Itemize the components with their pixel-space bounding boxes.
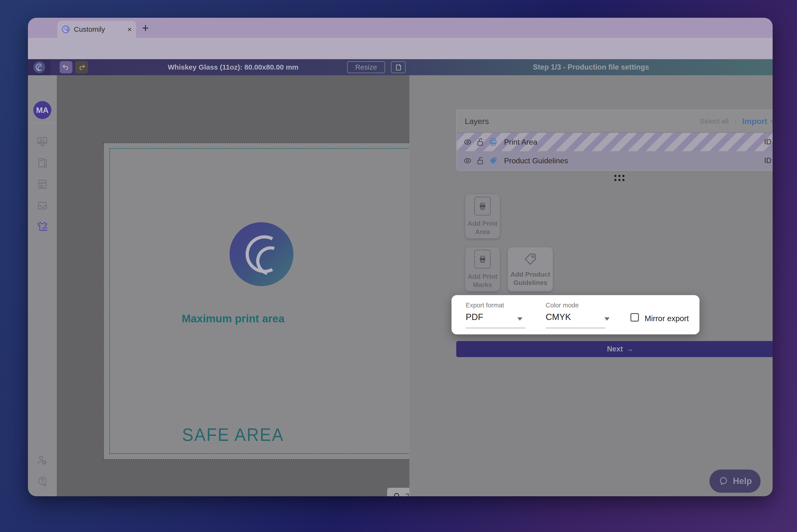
select-underline [546,328,605,328]
unlock-icon[interactable] [476,137,485,147]
duplicate-page-button[interactable] [391,61,405,73]
max-print-area-label: Maximum print area [57,312,410,325]
drag-handle-dots[interactable] [614,175,624,181]
sidebar-item-design-studio[interactable] [36,136,48,148]
canvas-logo-customily [230,222,293,286]
sidebar-divider [30,123,54,123]
layer-row-product-guidelines[interactable]: Product Guidelines ID 2 [457,151,773,170]
sidebar-item-store[interactable] [36,178,48,190]
safe-area-label: SAFE AREA [68,424,399,445]
page-plus-icon [395,63,402,71]
sidebar-item-logout[interactable] [36,496,48,496]
sidebar-item-templates[interactable] [36,157,48,169]
add-print-area-button[interactable]: Add Print Area [465,194,500,238]
step-title: Step 1/3 - Production file settings [410,59,773,75]
browser-window: Customily × + app.customily.com/createPr… [28,18,773,496]
customily-logo-icon [33,61,45,73]
dashed-print-icon [474,250,491,269]
sidebar-item-pod-active[interactable]: POD [36,221,48,233]
layer-name: Product Guidelines [504,156,568,165]
new-tab-button[interactable]: + [142,22,149,34]
help-button[interactable]: Help [709,470,761,493]
sidebar-item-help[interactable] [36,475,48,487]
export-settings-card: Export format PDF Color mode CMYK Mirror… [452,295,700,335]
next-button[interactable]: Next → [456,341,773,357]
layer-name: Print Area [504,138,537,147]
tab-title: Customily [74,25,105,33]
color-mode-select[interactable]: CMYK [546,312,571,322]
chevron-down-icon [770,118,773,124]
arrow-right-icon: → [626,345,633,353]
magnifier-icon [393,492,401,496]
dropdown-arrow-icon[interactable] [604,317,610,321]
chat-bubble-icon [718,476,728,486]
pod-badge: POD [42,228,47,230]
import-button[interactable]: Import [742,117,773,126]
export-format-label: Export format [466,302,504,309]
printer-icon [489,137,498,147]
add-product-guidelines-label: Add Product Guidelines [510,270,550,287]
layers-panel: Layers Select all Import [456,110,773,171]
mirror-export-label: Mirror export [645,314,689,323]
app-logo-box [28,59,51,75]
add-print-marks-label: Add Print Marks [468,272,497,289]
select-underline [466,328,525,328]
color-mode-label: Color mode [546,302,579,309]
browser-toolbar: app.customily.com/createProduct1?forProd… [28,38,773,59]
settings-panel: Layers Select all Import [410,75,773,496]
dropdown-arrow-icon[interactable] [517,317,523,321]
add-product-guidelines-button[interactable]: Add Product Guidelines [508,247,553,291]
layer-row-print-area[interactable]: Print Area ID 1 [457,132,773,151]
tag-icon [489,156,498,166]
select-all-button[interactable]: Select all [700,117,728,125]
layer-id: ID 1 [764,138,773,146]
header-dot-separator [735,121,736,122]
safe-area-boundary [109,148,415,454]
add-print-marks-button[interactable]: Add Print Marks [465,247,500,291]
layers-title: Layers [465,117,489,126]
add-print-area-label: Add Print Area [468,220,497,236]
sidebar-item-inbox[interactable] [36,200,48,211]
left-sidebar: MA POD [28,75,57,496]
browser-tab[interactable]: Customily × [57,21,136,38]
unlock-icon[interactable] [476,156,485,166]
avatar[interactable]: MA [33,101,51,119]
sidebar-item-account-settings[interactable] [36,455,48,467]
design-canvas[interactable]: Maximum print area SAFE AREA 221% [57,75,410,496]
tab-close-icon[interactable]: × [127,25,132,33]
visibility-eye-icon[interactable] [463,137,472,147]
help-label: Help [733,476,752,486]
layer-id: ID 2 [764,156,773,165]
browser-tab-strip: Customily × + [28,18,773,38]
visibility-eye-icon[interactable] [463,156,472,166]
dashed-print-icon [474,197,491,215]
tag-outline-icon [523,252,538,266]
export-format-select[interactable]: PDF [466,312,483,322]
layers-header: Layers Select all Import [457,110,773,132]
resize-button[interactable]: Resize [347,61,385,73]
favicon-customily-icon [61,25,70,34]
mirror-export-checkbox[interactable] [630,313,639,322]
